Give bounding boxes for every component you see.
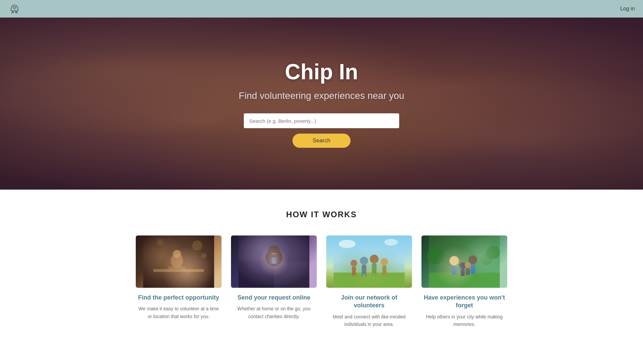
card-experiences: Have experiences you won't forget Help o… [421,235,507,328]
svg-point-10 [201,253,207,258]
svg-rect-24 [352,267,356,275]
svg-rect-11 [238,235,309,288]
svg-rect-19 [271,256,277,267]
logo [8,2,21,15]
card-2-title: Send your request online [237,294,310,302]
svg-rect-28 [362,265,366,274]
svg-rect-53 [466,268,470,275]
svg-rect-4 [153,269,204,272]
svg-rect-32 [372,263,377,274]
svg-point-5 [171,253,183,268]
card-4-illustration [421,235,507,288]
svg-point-9 [157,239,163,246]
card-3-description: Meet and connect with like-minded indivi… [326,313,412,328]
cards-grid: Find the perfect opportunity We make it … [136,235,507,328]
svg-point-50 [459,262,466,269]
card-1-description: We make it easy to volunteer at a time o… [136,305,222,320]
svg-point-31 [370,255,379,263]
svg-line-29 [362,270,364,276]
card-3-illustration [326,235,412,288]
svg-rect-20 [272,257,276,264]
card-3-title: Join our network of volunteers [326,294,412,310]
card-send-request: Send your request online Whether at home… [231,235,317,328]
card-2-illustration [231,235,317,288]
svg-rect-15 [238,261,274,288]
hero-search-container: Search [7,113,636,148]
svg-rect-36 [382,265,386,274]
how-it-works-section: HOW IT WORKS [0,190,643,342]
svg-rect-12 [238,235,309,288]
svg-line-26 [354,271,356,276]
card-1-image [136,235,222,288]
svg-point-39 [339,240,356,248]
svg-point-6 [173,250,181,258]
card-3-image [326,235,412,288]
svg-rect-41 [429,235,500,288]
svg-rect-7 [169,267,185,270]
svg-point-40 [384,239,398,246]
search-button[interactable]: Search [292,134,351,148]
card-4-description: Help others in your city while making me… [421,313,507,328]
hero-title: Chip In [7,59,636,84]
card-find-opportunity: Find the perfect opportunity We make it … [136,235,222,328]
svg-point-42 [427,247,444,264]
svg-point-23 [351,260,357,267]
svg-point-1 [14,7,16,9]
svg-rect-13 [238,235,274,261]
svg-rect-49 [470,264,475,274]
svg-rect-51 [461,269,465,276]
login-button[interactable]: Log in [620,6,635,12]
card-4-image [421,235,507,288]
svg-line-38 [384,270,386,276]
svg-rect-0 [8,2,21,15]
svg-rect-3 [143,235,214,288]
svg-rect-14 [274,235,309,261]
svg-point-18 [268,246,280,258]
svg-point-35 [381,258,388,265]
svg-point-43 [486,246,500,259]
card-join-network: Join our network of volunteers Meet and … [326,235,412,328]
svg-line-30 [364,270,366,276]
svg-line-34 [374,270,376,276]
how-it-works-title: HOW IT WORKS [14,210,629,219]
svg-rect-21 [334,235,405,288]
svg-line-33 [372,270,374,276]
svg-point-48 [468,255,477,264]
svg-point-44 [480,253,492,265]
card-2-description: Whether at home or on the go, you contac… [231,305,317,320]
card-2-image [231,235,317,288]
svg-point-46 [449,256,459,265]
card-4-title: Have experiences you won't forget [421,294,507,310]
search-input[interactable] [244,113,399,128]
svg-rect-45 [429,273,500,288]
svg-rect-22 [334,273,405,288]
svg-point-8 [192,241,202,251]
svg-rect-2 [143,235,214,288]
svg-line-54 [454,265,463,268]
card-1-title: Find the perfect opportunity [138,294,219,302]
svg-line-25 [352,271,354,276]
svg-point-17 [265,249,282,266]
svg-point-27 [360,257,368,265]
hero-section: Chip In Find volunteering experiences ne… [0,18,643,190]
svg-point-52 [465,262,471,268]
hero-subtitle: Find volunteering experiences near you [7,90,636,101]
card-1-illustration [136,235,222,288]
svg-line-37 [383,270,384,276]
navbar: Log in [0,0,643,18]
logo-icon [8,2,21,15]
svg-rect-47 [452,265,457,275]
hero-content: Chip In Find volunteering experiences ne… [0,59,643,148]
svg-rect-16 [274,261,309,288]
